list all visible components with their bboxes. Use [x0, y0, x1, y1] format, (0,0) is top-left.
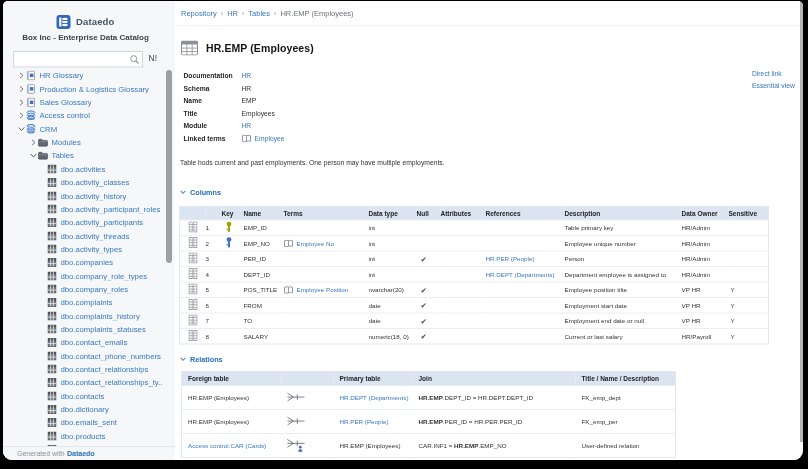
column-data-type: int [369, 220, 417, 236]
relation-row: HR.EMP (Employees)HR.PER (People)HR.EMP.… [182, 410, 676, 434]
column-attributes [441, 236, 486, 252]
reference-link[interactable]: HR.PER (People) [486, 255, 535, 262]
tree-item[interactable]: dbo.contact_relationships_ty.. [3, 376, 164, 389]
property-text: Employees [242, 110, 275, 118]
tree-item[interactable]: Tables [3, 149, 164, 162]
tree-item[interactable]: Access control [3, 109, 164, 122]
column-sensitive [729, 267, 769, 283]
breadcrumb-link[interactable]: Repository [181, 9, 217, 18]
chevron-down-icon [180, 190, 186, 195]
tree-item[interactable]: dbo.contact_emails [3, 336, 164, 349]
column-header: Data Owner [682, 207, 729, 221]
primary-table-link[interactable]: HR.DEPT (Departments) [340, 394, 409, 401]
property-value[interactable]: HR [242, 72, 252, 80]
column-row: 1EMP_IDintTable primary keyHR/Admin [180, 220, 769, 236]
chevron-right-icon[interactable] [17, 86, 26, 93]
search-input[interactable] [14, 55, 127, 64]
sidebar-scrollbar[interactable] [166, 70, 172, 263]
column-name: FROM [244, 298, 284, 314]
relation-primary-table: HR.EMP (Employees) [334, 434, 413, 458]
tree-item[interactable]: dbo.complaints_statuses [3, 323, 164, 336]
primary-table-link[interactable]: HR.PER (People) [340, 418, 389, 425]
tree-item[interactable]: dbo.contacts [3, 389, 164, 402]
column-null: ✔ [417, 282, 441, 298]
column-header: Name [244, 207, 284, 221]
column-sensitive: Y [729, 298, 769, 314]
column-attributes [441, 298, 486, 314]
tree-item-label: dbo.complaints [61, 298, 113, 307]
tree-item-label: dbo.contact_relationships [61, 365, 149, 374]
tree-item[interactable]: dbo.activity_classes [3, 176, 164, 189]
navigation-tree: HR GlossaryProduction & Logistics Glossa… [3, 69, 164, 446]
search-icon[interactable] [127, 54, 142, 64]
columns-section-header[interactable]: Columns [180, 188, 221, 196]
column-ordinal: 4 [206, 267, 222, 283]
column-key [222, 220, 244, 236]
property-text: EMP [242, 97, 257, 105]
column-sensitive [729, 220, 769, 236]
table-icon [47, 231, 57, 240]
column-description: Employment end date or null [565, 313, 682, 329]
tree-item[interactable]: Modules [3, 136, 164, 149]
tree-item[interactable]: dbo.company_roles [3, 283, 164, 296]
tree-item[interactable]: dbo.activity_participant_roles [3, 202, 164, 215]
table-icon [47, 165, 57, 174]
column-icon [180, 251, 206, 267]
direct-link[interactable]: Direct link [752, 68, 795, 80]
window-scrollbar[interactable] [800, 2, 803, 442]
breadcrumb-separator: › [274, 9, 276, 17]
column-terms [284, 251, 369, 267]
tree-item[interactable]: dbo.products [3, 429, 164, 442]
glossary-term-icon [284, 286, 294, 294]
foreign-table-link[interactable]: Access control.CAR (Cards) [188, 442, 266, 449]
column-null [417, 267, 441, 283]
tree-item[interactable]: dbo.activity_history [3, 189, 164, 202]
chevron-right-icon[interactable] [17, 99, 26, 106]
breadcrumb-link[interactable]: Tables [248, 9, 270, 18]
tree-item[interactable]: dbo.dictionary [3, 403, 164, 416]
footer-brand-link[interactable]: Dataedo [67, 450, 95, 458]
tree-item[interactable]: dbo.complaints_history [3, 309, 164, 322]
search-box [13, 51, 143, 68]
essential-view-link[interactable]: Essential view [752, 80, 795, 92]
tree-item[interactable]: dbo.complaints [3, 296, 164, 309]
breadcrumb-link[interactable]: HR [227, 9, 238, 18]
tree-item[interactable]: dbo.contact_phone_numbers [3, 349, 164, 362]
tree-item[interactable]: dbo.company_role_types [3, 269, 164, 282]
table-icon [47, 365, 57, 374]
logo[interactable]: Dataedo [3, 13, 168, 31]
glossary-icon [26, 71, 36, 81]
tree-item[interactable]: Production & Logistics Glossary [3, 82, 164, 95]
tree-item[interactable]: dbo.activity_participants [3, 216, 164, 229]
term-link[interactable]: Employee Position [297, 286, 349, 293]
relations-section-header[interactable]: Relations [180, 355, 223, 363]
property-value[interactable]: Employee [242, 134, 285, 142]
tree-item[interactable]: Sales Glossary [3, 96, 164, 109]
tree-item[interactable]: HR Glossary [3, 69, 164, 82]
reference-link[interactable]: HR.DEPT (Departments) [486, 271, 555, 278]
tree-item[interactable]: dbo.emails_sent [3, 416, 164, 429]
tree-item-label: dbo.activity_participant_roles [61, 205, 161, 214]
column-terms [284, 267, 369, 283]
tree-item-label: dbo.activity_history [61, 191, 127, 200]
tree-item[interactable]: dbo.activities [3, 162, 164, 175]
chevron-down-icon[interactable] [17, 127, 26, 132]
chevron-down-icon[interactable] [29, 153, 38, 158]
term-link[interactable]: Employee No [297, 240, 335, 247]
property-value[interactable]: HR [242, 122, 252, 130]
column-sensitive: Y [729, 313, 769, 329]
property-row: ModuleHR [184, 120, 285, 133]
chevron-right-icon[interactable] [17, 72, 26, 79]
tree-item[interactable]: dbo.contact_relationships [3, 363, 164, 376]
tree-item-label: Tables [52, 151, 74, 160]
tree-item[interactable]: dbo.activity_types [3, 242, 164, 255]
column-header: References [486, 207, 565, 221]
tree-item[interactable]: dbo.activity_threads [3, 229, 164, 242]
chevron-right-icon[interactable] [17, 112, 26, 119]
tree-item[interactable]: CRM [3, 122, 164, 135]
tree-item[interactable]: dbo.companies [3, 256, 164, 269]
relation-header: Title / Name / Description [576, 372, 676, 386]
column-description: Employment start date [565, 298, 682, 314]
property-value: Employees [242, 110, 275, 118]
chevron-right-icon[interactable] [29, 139, 38, 146]
